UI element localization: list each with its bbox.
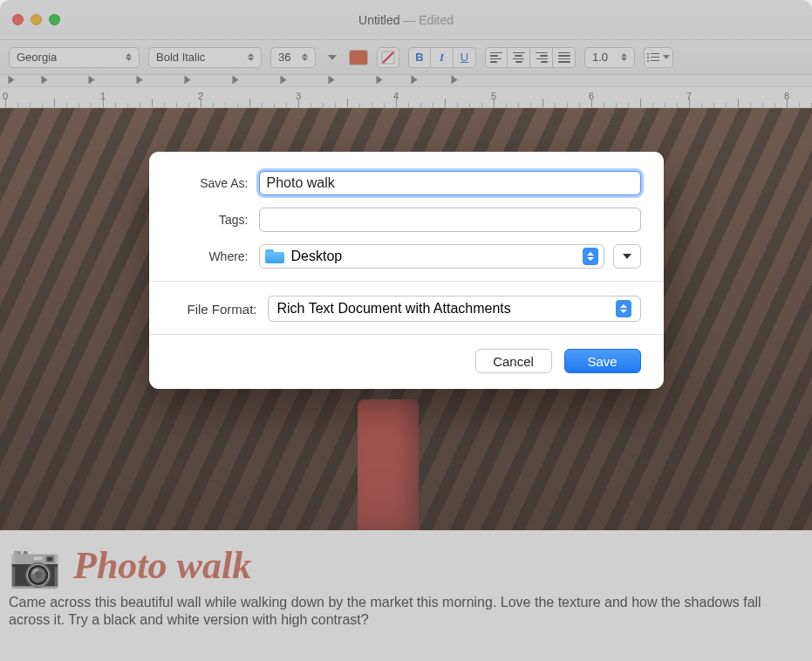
tags-input[interactable] [259, 208, 641, 232]
chevron-updown-icon [120, 53, 132, 61]
edited-indicator: — Edited [399, 13, 453, 27]
window-title: Untitled — Edited [0, 13, 812, 27]
clear-color-button[interactable] [377, 47, 399, 68]
expand-dialog-button[interactable] [613, 244, 641, 269]
text-align-group [485, 47, 576, 68]
chevron-down-icon [663, 55, 670, 59]
file-format-label: File Format: [172, 302, 268, 317]
font-size-dropdown-button[interactable] [324, 55, 340, 60]
tabstop-marker[interactable] [137, 76, 143, 85]
font-size-popup[interactable]: 36 [270, 47, 316, 68]
cancel-button[interactable]: Cancel [475, 349, 552, 373]
chevron-updown-icon [297, 53, 308, 61]
tabstop-marker[interactable] [452, 76, 458, 85]
tabstop-marker[interactable] [9, 76, 15, 85]
line-spacing-popup[interactable]: 1.0 [584, 47, 635, 68]
tabstop-marker[interactable] [185, 76, 191, 85]
tabstop-marker[interactable] [281, 76, 287, 85]
chevron-updown-icon [583, 248, 598, 265]
titlebar: Untitled — Edited [0, 0, 812, 40]
save-as-label: Save As: [172, 176, 259, 190]
text-style-group: B I U [408, 47, 476, 68]
font-family-value: Georgia [17, 51, 57, 64]
where-value: Desktop [291, 249, 343, 264]
tags-label: Tags: [172, 213, 259, 227]
folder-icon [265, 249, 284, 263]
document-body-text[interactable]: Came across this beautiful wall while wa… [0, 594, 812, 629]
bold-button[interactable]: B [408, 47, 431, 68]
italic-button[interactable]: I [431, 47, 454, 68]
svg-line-1 [383, 52, 393, 63]
list-style-button[interactable] [644, 47, 673, 68]
document-heading[interactable]: Photo walk [73, 543, 251, 588]
align-center-button[interactable] [508, 47, 530, 68]
align-right-button[interactable] [530, 47, 553, 68]
file-format-value: Rich Text Document with Attachments [277, 301, 511, 317]
tabstop-strip[interactable] [0, 75, 812, 87]
list-icon [647, 53, 659, 62]
document-title: Untitled [358, 13, 399, 27]
save-button[interactable]: Save [564, 349, 641, 373]
font-family-popup[interactable]: Georgia [9, 47, 140, 68]
font-style-popup[interactable]: Bold Italic [148, 47, 262, 68]
camera-emoji: 📷 [9, 541, 61, 590]
where-location-popup[interactable]: Desktop [259, 244, 604, 269]
text-color-swatch[interactable] [349, 50, 368, 65]
chevron-updown-icon [616, 300, 631, 317]
tabstop-marker[interactable] [42, 76, 48, 85]
save-dialog: Save As: Tags: Where: Desktop [149, 152, 664, 389]
tabstop-marker[interactable] [233, 76, 239, 85]
save-as-input[interactable] [259, 171, 641, 195]
line-spacing-value: 1.0 [592, 51, 608, 64]
font-style-value: Bold Italic [156, 51, 205, 64]
divider [149, 334, 664, 335]
align-left-button[interactable] [485, 47, 508, 68]
tabstop-marker[interactable] [89, 76, 95, 85]
file-format-popup[interactable]: Rich Text Document with Attachments [268, 296, 641, 322]
tabstop-marker[interactable] [377, 76, 383, 85]
format-toolbar: Georgia Bold Italic 36 [0, 40, 812, 75]
tabstop-marker[interactable] [329, 76, 335, 85]
chevron-updown-icon [616, 53, 627, 61]
chevron-down-icon [623, 254, 631, 259]
underline-button[interactable]: U [454, 47, 476, 68]
ruler[interactable]: 012345678 [0, 87, 812, 108]
align-justify-button[interactable] [553, 47, 576, 68]
tabstop-marker[interactable] [412, 76, 418, 85]
font-size-value: 36 [278, 51, 290, 64]
divider [149, 281, 664, 282]
where-label: Where: [172, 249, 259, 263]
chevron-updown-icon [242, 53, 254, 61]
